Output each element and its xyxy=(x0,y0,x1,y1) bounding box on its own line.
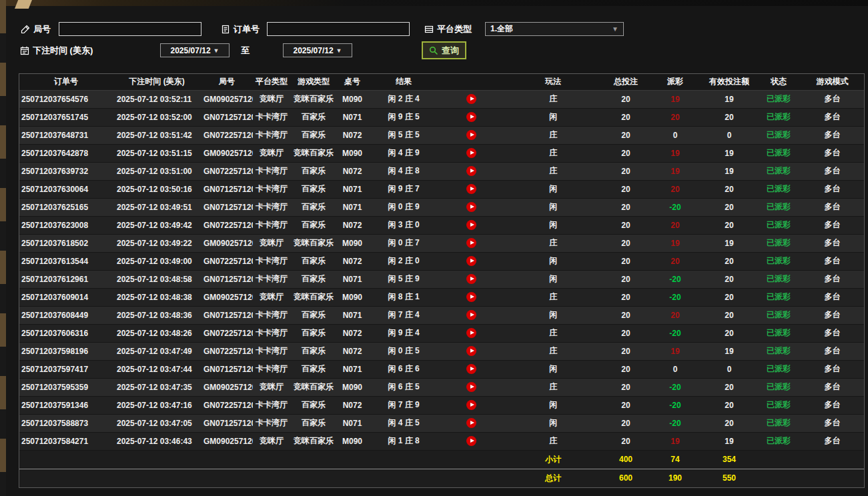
result-cell: 闲 0 庄 7 xyxy=(368,234,440,252)
play-video-icon[interactable] xyxy=(466,328,476,338)
game-type-cell: 竞咪百家乐 xyxy=(290,288,337,306)
platform-type-cell: 卡卡湾厅 xyxy=(253,306,290,324)
bet-time-cell: 2025-07-12 03:48:38 xyxy=(113,288,201,306)
status-cell: 已派彩 xyxy=(757,216,801,234)
col-valid-bet: 有效投注额 xyxy=(702,74,757,90)
platform-type-label: 平台类型 xyxy=(424,23,472,35)
col-result: 结果 xyxy=(368,74,440,90)
round-id-cell: GM0902571206K xyxy=(201,144,253,162)
col-replay xyxy=(440,74,503,90)
play-video-icon[interactable] xyxy=(466,310,476,320)
play-video-icon[interactable] xyxy=(466,202,476,212)
table-row: 250712037613544 2025-07-12 03:49:00 GN07… xyxy=(19,252,864,270)
play-video-icon[interactable] xyxy=(466,418,476,428)
round-id-cell: GN071257120CR xyxy=(201,360,253,378)
order-no-input[interactable] xyxy=(267,22,410,36)
col-table-no: 桌号 xyxy=(337,74,368,90)
play-video-icon[interactable] xyxy=(466,148,476,158)
date-to-picker[interactable]: 2025/07/12 ▼ xyxy=(283,43,352,57)
bet-time-cell: 2025-07-12 03:52:11 xyxy=(113,90,201,108)
play-video-icon[interactable] xyxy=(466,112,476,122)
result-cell: 闲 4 庄 8 xyxy=(368,162,440,180)
result-cell: 闲 4 庄 9 xyxy=(368,144,440,162)
platform-type-cell: 卡卡湾厅 xyxy=(253,324,290,342)
play-video-icon[interactable] xyxy=(466,166,476,176)
round-id-cell: GN07225712098 xyxy=(201,216,253,234)
payout-cell: -20 xyxy=(648,270,702,288)
replay-cell xyxy=(440,342,503,360)
total-bet-cell: 20 xyxy=(603,252,648,270)
play-video-icon[interactable] xyxy=(466,346,476,356)
query-button[interactable]: 查询 xyxy=(422,41,466,59)
payout-cell: -20 xyxy=(648,324,702,342)
play-video-icon[interactable] xyxy=(466,130,476,140)
result-cell: 闲 9 庄 7 xyxy=(368,180,440,198)
play-video-icon[interactable] xyxy=(466,220,476,230)
table-no-cell: N072 xyxy=(337,162,368,180)
valid-bet-cell: 20 xyxy=(702,396,757,414)
order-no-label: 订单号 xyxy=(221,23,260,35)
play-video-icon[interactable] xyxy=(466,256,476,266)
round-id-cell: GN071257120D1 xyxy=(201,108,253,126)
grand-total-valid-bet: 550 xyxy=(702,469,757,487)
play-video-icon[interactable] xyxy=(466,238,476,248)
valid-bet-cell: 20 xyxy=(702,270,757,288)
bet-time-cell: 2025-07-12 03:47:49 xyxy=(113,342,201,360)
order-id-cell: 250712037642878 xyxy=(19,144,113,162)
platform-type-cell: 卡卡湾厅 xyxy=(253,360,290,378)
game-mode-cell: 多台 xyxy=(801,162,864,180)
payout-cell: 0 xyxy=(648,360,702,378)
table-no-cell: N072 xyxy=(337,324,368,342)
replay-cell xyxy=(440,126,503,144)
play-video-icon[interactable] xyxy=(466,436,476,446)
table-row: 250712037623008 2025-07-12 03:49:42 GN07… xyxy=(19,216,864,234)
subtotal-row: 小计 400 74 354 xyxy=(19,450,864,469)
play-video-icon[interactable] xyxy=(466,364,476,374)
table-row: 250712037642878 2025-07-12 03:51:15 GM09… xyxy=(19,144,864,162)
subtotal-spacer xyxy=(19,450,503,469)
game-type-cell: 百家乐 xyxy=(290,270,337,288)
result-cell: 闲 4 庄 5 xyxy=(368,414,440,432)
order-id-cell: 250712037598196 xyxy=(19,342,113,360)
play-video-icon[interactable] xyxy=(466,382,476,392)
valid-bet-cell: 19 xyxy=(702,162,757,180)
play-video-icon[interactable] xyxy=(466,184,476,194)
round-no-input[interactable] xyxy=(59,22,201,36)
order-id-cell: 250712037654576 xyxy=(19,90,113,108)
game-type-cell: 百家乐 xyxy=(290,216,337,234)
bet-time-cell: 2025-07-12 03:47:44 xyxy=(113,360,201,378)
play-video-icon[interactable] xyxy=(466,292,476,302)
payout-cell: 20 xyxy=(648,108,702,126)
platform-type-select[interactable]: 1.全部 ▼ xyxy=(485,22,624,36)
play-type-cell: 庄 xyxy=(503,342,603,360)
payout-cell: 20 xyxy=(648,180,702,198)
bet-records-table: 订单号 下注时间 (美东) 局号 平台类型 游戏类型 桌号 结果 玩法 总投注 … xyxy=(19,73,865,488)
order-id-cell: 250712037588873 xyxy=(19,414,113,432)
total-bet-cell: 20 xyxy=(603,360,648,378)
col-order-id: 订单号 xyxy=(19,74,113,90)
play-type-cell: 闲 xyxy=(503,414,603,432)
bet-time-cell: 2025-07-12 03:51:00 xyxy=(113,162,201,180)
result-cell: 闲 0 庄 5 xyxy=(368,342,440,360)
table-row: 250712037630064 2025-07-12 03:50:16 GN07… xyxy=(19,180,864,198)
replay-cell xyxy=(440,414,503,432)
payout-cell: -20 xyxy=(648,198,702,216)
order-id-cell: 250712037606316 xyxy=(19,324,113,342)
table-row: 250712037618502 2025-07-12 03:49:22 GM09… xyxy=(19,234,864,252)
payout-cell: 19 xyxy=(648,144,702,162)
order-id-cell: 250712037591346 xyxy=(19,396,113,414)
play-video-icon[interactable] xyxy=(466,400,476,410)
play-video-icon[interactable] xyxy=(466,274,476,284)
date-from-picker[interactable]: 2025/07/12 ▼ xyxy=(160,43,230,57)
table-no-cell: N072 xyxy=(337,252,368,270)
play-type-cell: 庄 xyxy=(503,432,603,450)
play-video-icon[interactable] xyxy=(466,94,476,104)
order-id-cell: 250712037639732 xyxy=(19,162,113,180)
order-id-cell: 250712037648731 xyxy=(19,126,113,144)
bet-time-cell: 2025-07-12 03:49:00 xyxy=(113,252,201,270)
table-row: 250712037588873 2025-07-12 03:47:05 GN07… xyxy=(19,414,864,432)
game-mode-cell: 多台 xyxy=(801,432,864,450)
replay-cell xyxy=(440,144,503,162)
table-row: 250712037612961 2025-07-12 03:48:58 GN07… xyxy=(19,270,864,288)
game-type-cell: 竞咪百家乐 xyxy=(290,432,337,450)
